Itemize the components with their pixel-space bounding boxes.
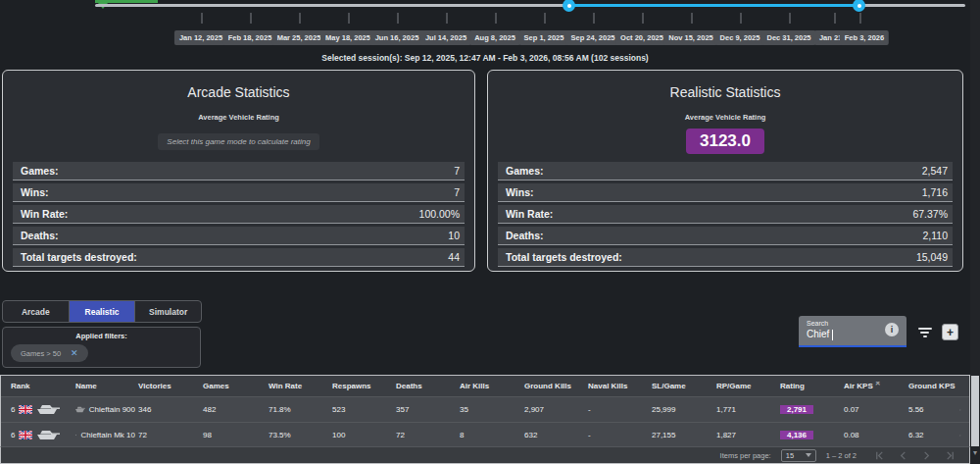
stat-label: Deaths:	[21, 230, 59, 241]
select-caret-icon	[806, 453, 811, 457]
last-page-icon[interactable]	[945, 450, 956, 461]
stat-label: Games:	[506, 165, 544, 177]
header-air-kps[interactable]: Air KPS✕	[841, 382, 906, 390]
realistic-statistics-panel: Realistic Statistics Average Vehicle Rat…	[487, 70, 963, 272]
stat-row: Games: 2,547	[498, 162, 953, 180]
header-naval-kills[interactable]: Naval Kills	[585, 382, 649, 390]
header-air-kills[interactable]: Air Kills	[457, 382, 521, 390]
header-games[interactable]: Games	[200, 382, 266, 390]
header-deaths[interactable]: Deaths	[393, 382, 457, 390]
rp-game-value: 1,771	[713, 405, 777, 414]
applied-filters-box: Applied filters: Games > 50 ✕	[2, 327, 201, 368]
date-chip: Jun 16, 2025	[370, 30, 424, 45]
average-rating-badge: 3123.0	[686, 129, 764, 154]
first-page-icon[interactable]	[874, 450, 885, 461]
stat-label: Win Rate:	[506, 208, 553, 220]
scrollbar-thumb[interactable]	[971, 376, 979, 446]
add-button[interactable]: +	[942, 324, 958, 340]
header-respawns[interactable]: Respawns	[329, 382, 393, 390]
timeline-tick	[740, 13, 742, 24]
header-ground-kills[interactable]: Ground Kills	[521, 382, 585, 390]
vertical-scrollbar[interactable]: ▾	[970, 0, 980, 464]
table-row[interactable]: 6 Chieftain 900 346 482 71.8% 523 357 35…	[1, 396, 969, 422]
info-icon[interactable]: i	[885, 323, 899, 336]
stat-value: 2,110	[923, 230, 949, 241]
filter-list-icon[interactable]	[917, 328, 932, 338]
session-timeline: Jan 12, 2025 Feb 18, 2025 Mar 25, 2025 M…	[0, 0, 970, 65]
stat-row: Total targets destroyed: 44	[13, 248, 465, 267]
date-chip: Feb 3, 2026	[840, 30, 889, 45]
next-page-icon[interactable]	[921, 450, 932, 461]
timeline-tick	[348, 13, 350, 24]
table-row[interactable]: 6 Chieftain Mk 10 72 98 73.5% 100 72 8 6…	[1, 422, 969, 447]
ground-kps-value: 5.56	[906, 405, 956, 414]
expand-row-chevron-icon[interactable]	[959, 407, 961, 413]
date-chip: Sep 24, 2025	[565, 30, 619, 45]
header-rating[interactable]: Rating	[777, 382, 841, 390]
rp-game-value: 1,827	[713, 431, 777, 439]
page-size-value: 15	[786, 451, 794, 460]
date-chip: Sep 1, 2025	[519, 30, 569, 45]
tab-simulator[interactable]: Simulator	[135, 301, 201, 322]
remove-column-icon[interactable]: ✕	[875, 382, 881, 387]
stat-label: Total targets destroyed:	[506, 251, 622, 263]
tab-arcade[interactable]: Arcade	[3, 301, 70, 322]
ground-kills-value: 632	[521, 431, 585, 439]
stat-label: Total targets destroyed:	[21, 251, 137, 263]
vehicle-silhouette-icon	[36, 431, 60, 440]
stat-value: 1,716	[922, 186, 948, 198]
applied-filters-label: Applied filters:	[3, 332, 200, 340]
slider-handle-end[interactable]	[853, 0, 865, 12]
header-win-rate[interactable]: Win Rate	[266, 382, 329, 390]
header-ground-kps[interactable]: Ground KPS✕	[906, 382, 956, 390]
date-chip: Jan 12, 2025	[174, 30, 227, 45]
date-chip: Jul 14, 2025	[420, 30, 471, 45]
panel-title: Arcade Statistics	[13, 84, 465, 100]
stat-value: 10	[448, 230, 460, 241]
stat-row: Win Rate: 100.00%	[13, 205, 465, 224]
rating-badge: 4,136	[780, 431, 813, 439]
respawns-value: 100	[329, 431, 393, 439]
date-chip: Dec 31, 2025	[761, 30, 815, 45]
stat-row: Total targets destroyed: 15,049	[498, 248, 953, 267]
header-name[interactable]: Name	[70, 382, 135, 390]
air-kps-value: 0.07	[841, 405, 906, 414]
header-rp-game[interactable]: RP/Game	[713, 382, 777, 390]
search-input[interactable]	[807, 329, 883, 339]
tab-realistic[interactable]: Realistic	[70, 301, 136, 322]
expand-row-chevron-icon[interactable]	[959, 433, 961, 438]
stat-label: Win Rate:	[21, 208, 68, 220]
date-chip: Oct 20, 2025	[615, 30, 668, 45]
rank-value: 6	[11, 405, 15, 414]
ground-kps-value: 6.32	[906, 431, 956, 439]
stat-row: Wins: 1,716	[498, 183, 953, 202]
search-field-label: Search	[807, 320, 828, 327]
timeline-tick	[859, 13, 861, 24]
slider-selected-range[interactable]	[569, 4, 859, 7]
rating-badge: 2,791	[780, 405, 813, 414]
slider-handle-start[interactable]	[563, 0, 575, 12]
scrollbar-down-arrow-icon[interactable]: ▾	[970, 448, 980, 457]
vehicle-name: Chieftain 900	[89, 405, 135, 414]
victories-value: 72	[135, 431, 200, 439]
vehicle-silhouette-icon	[36, 405, 60, 415]
previous-page-icon[interactable]	[898, 450, 908, 461]
games-value: 482	[200, 405, 266, 414]
remove-filter-icon[interactable]: ✕	[71, 349, 78, 358]
stat-value: 2,547	[922, 165, 948, 177]
stat-value: 44	[448, 251, 460, 263]
stat-row: Deaths: 10	[13, 227, 465, 245]
filter-chip-games-gt-50[interactable]: Games > 50 ✕	[11, 344, 88, 362]
win-rate-value: 71.8%	[266, 405, 329, 414]
respawns-value: 523	[329, 405, 393, 414]
tank-class-icon	[75, 406, 85, 413]
vehicles-table: Rank Name Victories Games Win Rate Respa…	[0, 375, 970, 447]
header-victories[interactable]: Victories	[135, 382, 200, 390]
items-per-page-label: Items per page:	[720, 451, 771, 460]
date-chip: Feb 18, 2025	[223, 30, 277, 45]
naval-kills-value: -	[585, 405, 649, 414]
timeline-tick	[789, 13, 791, 24]
header-sl-game[interactable]: SL/Game	[649, 382, 713, 390]
header-rank[interactable]: Rank	[1, 382, 70, 390]
page-size-select[interactable]: 15	[781, 449, 816, 462]
